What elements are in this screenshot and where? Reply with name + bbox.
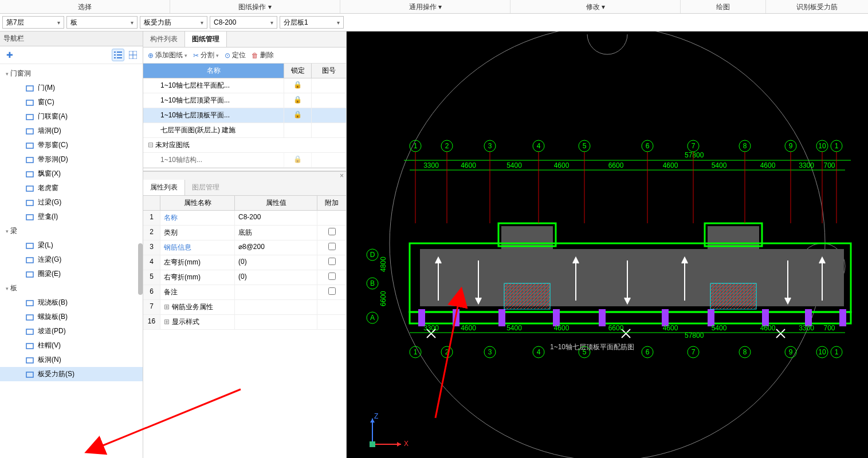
property-close-icon[interactable]: × — [143, 172, 346, 180]
dropdown-2[interactable]: 板受力筋▾ — [140, 16, 207, 29]
tree-item[interactable]: 柱帽(V) — [0, 338, 143, 353]
lock-icon[interactable]: 🔒 — [293, 81, 302, 89]
table-row[interactable]: 1~10轴七层顶梁平面...🔒 — [143, 93, 346, 108]
tree-item[interactable]: 带形窗(C) — [0, 138, 143, 152]
dropdown-0[interactable]: 第7层▾ — [2, 16, 64, 29]
svg-rect-25 — [26, 344, 33, 349]
property-row[interactable]: 7⊞钢筋业务属性 — [143, 300, 346, 315]
svg-text:57800: 57800 — [685, 151, 704, 159]
dropdown-3[interactable]: C8-200▾ — [210, 16, 277, 29]
tree-item[interactable]: 过梁(G) — [0, 195, 143, 210]
svg-rect-3 — [117, 54, 122, 56]
prop-head-value: 属性值 — [235, 196, 317, 210]
svg-point-28 — [390, 31, 825, 458]
svg-rect-24 — [26, 329, 33, 334]
tree-item[interactable]: 板洞(N) — [0, 353, 143, 367]
tree-group[interactable]: 板 — [0, 281, 143, 295]
tree-item[interactable]: 门(M) — [0, 81, 143, 95]
ribbon-tab-drawing-ops[interactable]: 图纸操作 ▾ — [170, 0, 340, 13]
tree-item[interactable]: 带形洞(D) — [0, 152, 143, 167]
tree-group[interactable]: 门窗洞 — [0, 66, 143, 81]
tree-item[interactable]: 飘窗(X) — [0, 167, 143, 181]
niche-icon — [25, 212, 34, 222]
property-row[interactable]: 4左弯折(mm)(0) — [143, 255, 346, 270]
tree-item[interactable]: 老虎窗 — [0, 181, 143, 195]
property-checkbox[interactable] — [328, 287, 336, 295]
dropdown-1[interactable]: 板▾ — [66, 16, 138, 29]
ramp-icon — [25, 327, 34, 336]
nav-scrollbar[interactable] — [138, 243, 143, 295]
tab-property-list[interactable]: 属性列表 — [143, 180, 185, 195]
tree-item[interactable]: 板受力筋(S) — [0, 367, 143, 381]
lock-icon[interactable]: 🔒 — [293, 110, 302, 119]
ribbon-tab-modify[interactable]: 修改 ▾ — [510, 0, 681, 13]
del-icon: 🗑 — [252, 52, 258, 60]
svg-text:2: 2 — [445, 348, 449, 356]
window-icon — [25, 98, 34, 107]
toolbar-add-button[interactable]: ⊕添加图纸▾ — [148, 50, 187, 60]
tree-item[interactable]: 圈梁(E) — [0, 267, 143, 281]
svg-text:4600: 4600 — [554, 324, 569, 332]
tree-item[interactable]: 梁(L) — [0, 238, 143, 252]
property-checkbox[interactable] — [328, 258, 336, 265]
tree-item-label: 老虎窗 — [38, 183, 58, 193]
svg-rect-89 — [504, 283, 550, 309]
expand-icon[interactable]: ⊞ — [164, 318, 170, 326]
table-row[interactable]: 1~10轴结构...🔒 — [143, 153, 346, 168]
tab-layer-manage[interactable]: 图层管理 — [185, 180, 226, 195]
tree-item[interactable]: 窗(C) — [0, 95, 143, 109]
tree-item[interactable]: 连梁(G) — [0, 252, 143, 267]
door-icon — [25, 84, 34, 93]
svg-text:1~10轴七层顶板平面配筋图: 1~10轴七层顶板平面配筋图 — [550, 343, 634, 351]
tab-drawing-manage[interactable]: 图纸管理 — [185, 31, 227, 47]
cad-viewport[interactable]: 123456789101 330046005400460066004600540… — [347, 31, 868, 458]
toolbar-del-button[interactable]: 🗑删除 — [252, 50, 274, 60]
dt-group-unmatched[interactable]: 未对应图纸 — [143, 138, 346, 153]
property-checkbox[interactable] — [328, 243, 336, 250]
dropdown-4[interactable]: 分层板1▾ — [280, 16, 344, 29]
tree-item-label: 坡道(PD) — [38, 326, 66, 336]
tree-item[interactable]: 门联窗(A) — [0, 109, 143, 124]
tree-item[interactable]: 现浇板(B) — [0, 295, 143, 310]
ribbon-tab-general-ops[interactable]: 通用操作 ▾ — [340, 0, 510, 13]
svg-text:4: 4 — [537, 348, 541, 356]
toolbar-split-button[interactable]: ✂分割▾ — [193, 50, 219, 60]
svg-text:3: 3 — [488, 348, 492, 356]
ribbon-tab-recognize-rebar[interactable]: 识别板受力筋 — [766, 0, 868, 13]
property-row[interactable]: 6备注 — [143, 285, 346, 300]
property-row[interactable]: 3钢筋信息⌀8@200 — [143, 240, 346, 255]
property-checkbox[interactable] — [328, 228, 336, 235]
tree-item[interactable]: 墙洞(D) — [0, 124, 143, 138]
tab-component-list[interactable]: 构件列表 — [143, 31, 185, 47]
svg-rect-14 — [26, 157, 33, 163]
tree-item-label: 壁龛(I) — [38, 212, 58, 222]
nav-add-icon[interactable]: ✚ — [3, 49, 16, 61]
property-row[interactable]: 16⊞显示样式 — [143, 315, 346, 330]
tree-item[interactable]: 坡道(PD) — [0, 324, 143, 338]
nav-table-view-icon[interactable] — [127, 49, 139, 61]
svg-text:Z: Z — [374, 413, 378, 420]
expand-icon[interactable]: ⊞ — [164, 303, 170, 311]
table-row[interactable]: 七层平面图(跃层上) 建施 — [143, 123, 346, 138]
property-row[interactable]: 2类别底筋 — [143, 226, 346, 240]
ribbon-tab-select[interactable]: 选择 — [0, 0, 170, 13]
nav-list-view-icon[interactable] — [112, 49, 124, 61]
band-icon — [25, 141, 34, 150]
ribbon-tab-draw[interactable]: 绘图 — [681, 0, 766, 13]
svg-text:6: 6 — [646, 142, 650, 150]
toolbar-locate-button[interactable]: ⊙定位 — [225, 50, 246, 60]
svg-rect-21 — [26, 272, 33, 277]
table-row[interactable]: 1~10轴七层柱平面配...🔒 — [143, 78, 346, 93]
property-row[interactable]: 5右弯折(mm)(0) — [143, 270, 346, 285]
svg-text:10: 10 — [818, 348, 826, 356]
tree-group[interactable]: 梁 — [0, 224, 143, 238]
tree-item-label: 板洞(N) — [38, 355, 61, 365]
navigator-tree[interactable]: 门窗洞门(M)窗(C)门联窗(A)墙洞(D)带形窗(C)带形洞(D)飘窗(X)老… — [0, 64, 143, 458]
property-checkbox[interactable] — [328, 273, 336, 280]
svg-text:700: 700 — [823, 324, 835, 332]
tree-item[interactable]: 螺旋板(B) — [0, 310, 143, 324]
tree-item[interactable]: 壁龛(I) — [0, 210, 143, 224]
property-row[interactable]: 1名称C8-200 — [143, 211, 346, 226]
lock-icon[interactable]: 🔒 — [293, 96, 302, 104]
table-row[interactable]: 1~10轴七层顶板平面...🔒 — [143, 108, 346, 123]
